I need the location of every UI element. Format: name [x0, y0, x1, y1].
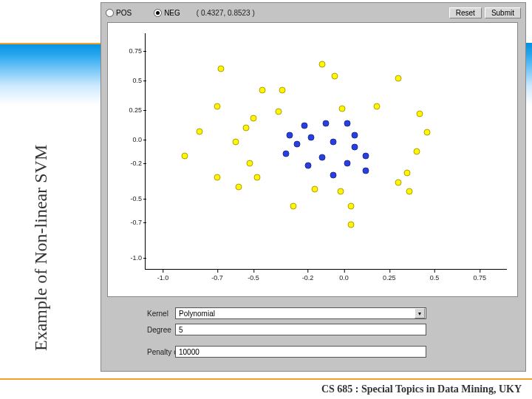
degree-row: Degree 5: [107, 322, 518, 337]
neg-point: [319, 154, 326, 161]
chevron-down-icon: ▾: [415, 308, 425, 318]
pos-point: [406, 188, 412, 195]
svm-applet-panel: POS NEG ( 0.4327, 0.8523 ) Reset Submit …: [100, 2, 526, 372]
toolbar: POS NEG ( 0.4327, 0.8523 ) Reset Submit: [101, 3, 525, 22]
pos-point: [279, 86, 286, 93]
x-tick-label: 0.5: [430, 274, 440, 282]
y-tick-label: 0.0: [117, 136, 142, 143]
pos-point: [259, 86, 266, 93]
neg-point: [330, 172, 336, 179]
kernel-row: Kernel Polynomial ▾: [107, 306, 518, 321]
pos-point: [404, 169, 411, 176]
y-tick-label: -0.7: [117, 219, 142, 226]
x-tick-label: 0.25: [383, 274, 396, 282]
y-tick-label: -1.0: [117, 254, 142, 262]
neg-point: [352, 132, 358, 138]
pos-point: [276, 108, 282, 115]
x-tick-label: 0.75: [473, 274, 486, 282]
pos-point: [232, 139, 239, 146]
neg-point: [344, 120, 351, 126]
pos-point: [214, 103, 221, 110]
neg-point: [344, 160, 351, 167]
kernel-select[interactable]: Polynomial ▾: [175, 307, 426, 319]
reset-button[interactable]: Reset: [449, 7, 482, 18]
degree-input[interactable]: 5: [175, 324, 426, 335]
x-axis-line: [145, 269, 507, 270]
pos-point: [373, 103, 380, 110]
y-tick-label: -0.2: [117, 160, 142, 167]
radio-pos-icon: [106, 9, 114, 17]
pos-point: [348, 202, 355, 209]
slide-footer: CS 685 : Special Topics in Data Mining, …: [0, 378, 532, 399]
pos-point: [243, 125, 250, 132]
cursor-coordinates: ( 0.4327, 0.8523 ): [197, 9, 255, 17]
plot-area: -1.0-0.7-0.5-0.20.00.250.50.75-1.0-0.7-0…: [145, 33, 507, 270]
neg-point: [323, 120, 330, 126]
pos-point: [181, 153, 188, 160]
y-tick-label: 0.5: [117, 77, 142, 84]
neg-point: [293, 141, 300, 148]
radio-neg-icon: [154, 9, 162, 17]
penalty-input[interactable]: 10000: [175, 346, 426, 358]
neg-point: [304, 163, 311, 169]
neg-point: [283, 151, 290, 157]
pos-point: [417, 110, 423, 117]
pos-point: [250, 115, 257, 122]
degree-value: 5: [179, 326, 183, 334]
x-tick-label: 0.0: [339, 274, 349, 282]
pos-point: [395, 179, 402, 185]
footer-text: CS 685 : Special Topics in Data Mining, …: [321, 383, 522, 395]
pos-point: [312, 186, 318, 193]
y-axis-line: [145, 33, 146, 270]
neg-point: [287, 132, 293, 138]
pos-point: [290, 202, 296, 209]
y-tick-label: 0.75: [117, 47, 142, 55]
pos-point: [332, 72, 338, 79]
pos-point: [196, 128, 202, 134]
class-neg-radio-group[interactable]: NEG: [154, 9, 180, 17]
x-tick-label: -0.2: [302, 274, 314, 282]
neg-point: [362, 167, 369, 174]
pos-point: [348, 222, 355, 228]
neg-point: [352, 143, 358, 150]
penalty-row: Penalty on Error 10000: [107, 344, 518, 359]
pos-point: [413, 149, 420, 155]
parameters-form: Kernel Polynomial ▾ Degree 5 Penalty on …: [107, 300, 518, 366]
degree-label: Degree: [107, 326, 175, 334]
pos-point: [217, 66, 224, 72]
y-tick-label: -0.5: [117, 195, 142, 202]
y-tick-label: 0.25: [117, 106, 142, 114]
neg-point: [308, 134, 315, 140]
scatter-plot[interactable]: -1.0-0.7-0.5-0.20.00.250.50.75-1.0-0.7-0…: [107, 22, 518, 297]
radio-pos-label: POS: [116, 9, 132, 17]
kernel-value: Polynomial: [179, 310, 215, 318]
penalty-label: Penalty on Error: [107, 348, 175, 356]
x-tick-label: -0.7: [211, 274, 223, 282]
neg-point: [330, 139, 336, 146]
header-accent-line: [0, 43, 100, 44]
pos-point: [424, 129, 431, 136]
pos-point: [247, 160, 253, 167]
pos-point: [339, 106, 346, 112]
pos-point: [395, 75, 402, 81]
kernel-label: Kernel: [107, 310, 175, 318]
pos-point: [253, 174, 260, 181]
penalty-value: 10000: [179, 348, 200, 356]
x-tick-label: -0.5: [248, 274, 259, 282]
pos-point: [337, 188, 344, 195]
x-tick-label: -1.0: [157, 274, 169, 282]
neg-point: [362, 153, 369, 160]
slide-title: Example of Non-linear SVM: [31, 145, 51, 351]
radio-neg-label: NEG: [164, 9, 180, 17]
pos-point: [214, 174, 221, 181]
pos-point: [319, 61, 326, 67]
pos-point: [236, 184, 242, 191]
neg-point: [301, 122, 307, 129]
class-pos-radio-group[interactable]: POS: [106, 9, 132, 17]
submit-button[interactable]: Submit: [485, 7, 521, 18]
